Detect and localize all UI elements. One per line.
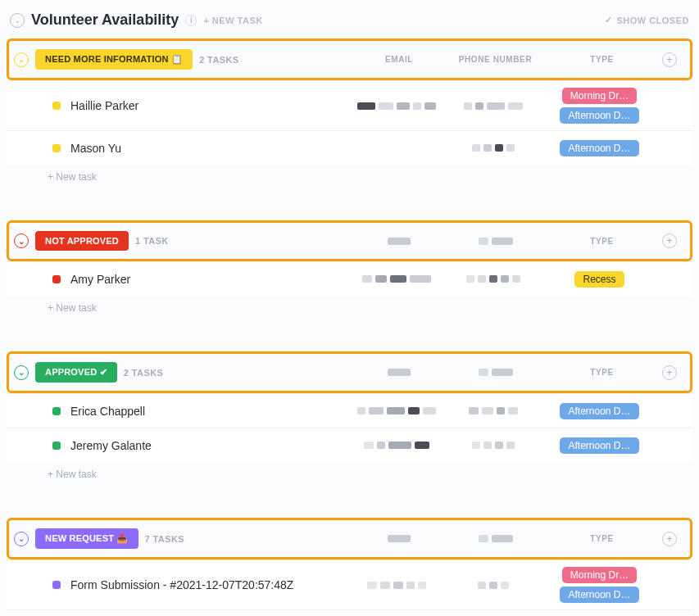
task-row[interactable]: Mason YuAfternoon D… — [7, 130, 692, 165]
group-collapse-icon[interactable]: ⌄ — [14, 365, 29, 380]
task-board: ⌄ Volunteer Availability i + NEW TASK ✓ … — [7, 7, 692, 616]
status-pill[interactable]: NEED MORE INFORMATION 📋 — [35, 49, 193, 70]
task-name[interactable]: Mason Yu — [70, 142, 121, 155]
column-header-phone[interactable]: PHONE NUMBER — [444, 55, 547, 64]
redacted-value — [442, 102, 544, 110]
redacted-value — [444, 369, 547, 376]
type-cell: Afternoon D… — [544, 403, 655, 419]
type-tag[interactable]: Afternoon D… — [560, 587, 638, 603]
column-header-phone[interactable] — [444, 369, 547, 376]
type-tag[interactable]: Recess — [574, 271, 624, 288]
type-cell: Afternoon D… — [544, 140, 655, 156]
list-title: Volunteer Availability — [31, 11, 179, 29]
type-tag[interactable]: Afternoon D… — [560, 140, 638, 156]
column-header-type[interactable]: TYPE — [547, 534, 657, 543]
redacted-value — [442, 582, 544, 589]
type-cell: Afternoon D… — [544, 437, 655, 454]
redacted-value — [442, 275, 544, 283]
new-task-row[interactable]: + New task — [7, 165, 692, 189]
status-pill[interactable]: NEW REQUEST 📥 — [35, 528, 138, 549]
status-group: ⌄NEW REQUEST 📥7 TASKSTYPE+Form Submissio… — [7, 518, 692, 616]
task-name[interactable]: Amy Parker — [70, 273, 130, 286]
status-group-header: ⌄NEW REQUEST 📥7 TASKSTYPE+ — [7, 518, 692, 559]
status-pill[interactable]: NOT APPROVED — [35, 231, 129, 251]
column-header-email[interactable] — [354, 369, 444, 376]
info-icon[interactable]: i — [185, 15, 197, 26]
status-square-icon[interactable] — [52, 581, 61, 589]
task-row[interactable]: Jeremy GalanteAfternoon D… — [7, 428, 692, 462]
redacted-value — [444, 238, 547, 245]
add-column-button[interactable]: + — [662, 365, 677, 380]
group-collapse-icon[interactable]: ⌄ — [14, 233, 29, 248]
task-row[interactable]: Haillie ParkerMorning Dr…Afternoon D… — [7, 80, 692, 130]
column-header-email[interactable] — [354, 238, 444, 245]
status-group: ⌄NEED MORE INFORMATION 📋2 TASKSEMAILPHON… — [7, 38, 692, 189]
redacted-value — [352, 442, 442, 449]
type-tag[interactable]: Afternoon D… — [560, 107, 638, 124]
redacted-value — [354, 369, 444, 376]
column-header-email[interactable] — [354, 535, 444, 542]
status-pill[interactable]: APPROVED ✔ — [35, 362, 117, 383]
column-header-phone[interactable] — [444, 238, 547, 245]
add-column-button[interactable]: + — [662, 52, 677, 67]
status-group-header: ⌄NEED MORE INFORMATION 📋2 TASKSEMAILPHON… — [7, 38, 692, 80]
task-count-label: 2 TASKS — [199, 55, 238, 65]
redacted-value — [442, 442, 544, 449]
redacted-value — [352, 102, 442, 110]
status-group: ⌄APPROVED ✔2 TASKSTYPE+Erica ChappellAft… — [7, 351, 692, 487]
type-cell: Morning Dr…Afternoon D… — [544, 567, 655, 603]
add-column-button[interactable]: + — [662, 233, 677, 248]
column-header-phone[interactable] — [444, 535, 547, 542]
new-task-row[interactable]: + New task — [7, 462, 692, 487]
status-square-icon[interactable] — [52, 442, 61, 450]
status-square-icon[interactable] — [52, 144, 61, 152]
task-count-label: 7 TASKS — [145, 534, 184, 544]
type-cell: Recess — [544, 271, 655, 288]
redacted-value — [352, 407, 442, 414]
task-row[interactable]: Form Submission - #2021-12-07T20:57:48ZM… — [7, 559, 692, 609]
status-group: ⌄NOT APPROVED1 TASKTYPE+Amy ParkerRecess… — [7, 220, 692, 320]
task-count-label: 2 TASKS — [124, 368, 163, 378]
group-collapse-icon[interactable]: ⌄ — [14, 532, 29, 546]
column-header-type[interactable]: TYPE — [547, 237, 657, 246]
task-row[interactable]: Form Submission - #2021-12-07T21:08:21ZM… — [7, 609, 692, 616]
show-closed-label: SHOW CLOSED — [616, 16, 689, 25]
type-tag[interactable]: Morning Dr… — [562, 88, 637, 104]
column-header-type[interactable]: TYPE — [547, 55, 657, 64]
task-row[interactable]: Erica ChappellAfternoon D… — [7, 393, 692, 428]
redacted-value — [354, 238, 444, 245]
status-group-header: ⌄APPROVED ✔2 TASKSTYPE+ — [7, 351, 692, 393]
check-icon: ✓ — [605, 15, 613, 25]
status-square-icon[interactable] — [52, 407, 61, 415]
status-square-icon[interactable] — [52, 102, 61, 110]
task-name[interactable]: Haillie Parker — [70, 99, 138, 112]
redacted-value — [352, 582, 442, 589]
task-count-label: 1 TASK — [135, 236, 169, 246]
type-tag[interactable]: Afternoon D… — [560, 437, 638, 454]
task-name[interactable]: Jeremy Galante — [70, 439, 152, 452]
task-row[interactable]: Amy ParkerRecess — [7, 261, 692, 296]
redacted-value — [444, 535, 547, 542]
type-cell: Morning Dr…Afternoon D… — [544, 88, 655, 124]
new-task-button[interactable]: + NEW TASK — [203, 16, 262, 25]
redacted-value — [442, 144, 544, 152]
add-column-button[interactable]: + — [662, 532, 677, 546]
new-task-row[interactable]: + New task — [7, 296, 692, 320]
group-collapse-icon[interactable]: ⌄ — [14, 52, 29, 67]
status-square-icon[interactable] — [52, 275, 61, 283]
status-group-header: ⌄NOT APPROVED1 TASKTYPE+ — [7, 220, 692, 261]
column-header-email[interactable]: EMAIL — [354, 55, 444, 64]
column-header-type[interactable]: TYPE — [547, 368, 657, 377]
task-name[interactable]: Erica Chappell — [70, 405, 145, 418]
list-header: ⌄ Volunteer Availability i + NEW TASK ✓ … — [7, 7, 692, 38]
type-tag[interactable]: Morning Dr… — [562, 567, 637, 583]
redacted-value — [352, 275, 442, 283]
collapse-icon[interactable]: ⌄ — [10, 13, 25, 28]
task-name[interactable]: Form Submission - #2021-12-07T20:57:48Z — [70, 578, 293, 591]
show-closed-toggle[interactable]: ✓ SHOW CLOSED — [605, 15, 689, 25]
type-tag[interactable]: Afternoon D… — [560, 403, 638, 419]
redacted-value — [354, 535, 444, 542]
redacted-value — [442, 407, 544, 414]
